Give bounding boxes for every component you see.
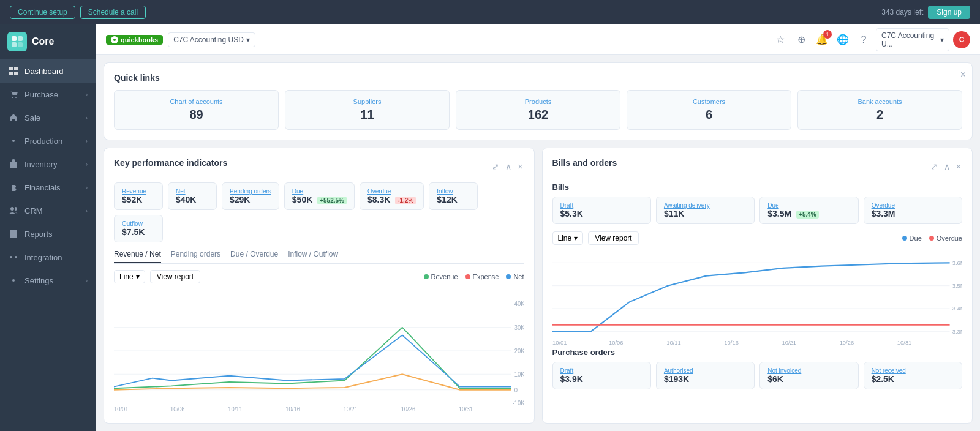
svg-text:10K: 10K [514, 370, 524, 378]
kpi-expand-button[interactable]: ⤢ [491, 162, 500, 171]
bill-overdue[interactable]: Overdue $3.3M [864, 197, 962, 224]
kpi-revenue[interactable]: Revenue $52K [114, 182, 163, 210]
bill-due[interactable]: Due $3.5M +5.4% [760, 197, 858, 224]
kpi-view-report-button[interactable]: View report [150, 270, 200, 283]
tab-inflow-outflow[interactable]: Inflow / Outflow [288, 250, 338, 263]
svg-text:40K: 40K [514, 300, 524, 307]
sidebar-item-integration-inner: Integration [9, 252, 62, 262]
tab-due-overdue[interactable]: Due / Overdue [230, 250, 278, 263]
sidebar-item-settings[interactable]: Settings › [0, 269, 96, 292]
po-authorised-label: Authorised [664, 367, 747, 374]
kpi-collapse-button[interactable]: ∧ [504, 162, 513, 171]
sidebar-item-integration[interactable]: Integration [0, 245, 96, 269]
po-not-invoiced[interactable]: Not invoiced $6K [760, 362, 858, 389]
bill-awaiting-delivery[interactable]: Awaiting delivery $11K [656, 197, 755, 224]
bills-collapse-button[interactable]: ∧ [943, 162, 951, 171]
kpi-due[interactable]: Due $50K +552.5% [284, 182, 355, 210]
kpi-outflow[interactable]: Outflow $7.5K [114, 215, 163, 242]
main-layout: Core Dashboard Purchase › Sale › [0, 24, 980, 431]
bills-chart-chevron-icon: ▾ [574, 234, 578, 242]
company-select[interactable]: C7C Accounting U... ▾ [876, 28, 949, 51]
kpi-net[interactable]: Net $40K [168, 182, 217, 210]
star-button[interactable]: ☆ [772, 31, 789, 48]
bills-legend-overdue-label: Overdue [937, 234, 962, 242]
kpi-outflow-label: Outflow [122, 220, 155, 227]
bills-chart-controls: Line ▾ View report Due Overdue [552, 231, 963, 245]
po-not-received-value: $2.5K [872, 374, 954, 384]
svg-text:10/31: 10/31 [459, 406, 473, 413]
kpi-close-button[interactable]: × [516, 162, 524, 171]
sidebar-item-sale[interactable]: Sale › [0, 106, 96, 129]
bills-metrics-grid: Draft $5.3K Awaiting delivery $11K Due $… [552, 197, 963, 224]
tab-pending-orders[interactable]: Pending orders [171, 250, 221, 263]
svg-rect-5 [14, 67, 18, 70]
sidebar-item-purchase[interactable]: Purchase › [0, 83, 96, 106]
add-button[interactable]: ⊕ [793, 31, 810, 48]
quick-link-customers[interactable]: Customers 6 [627, 90, 791, 130]
sidebar-item-crm[interactable]: CRM › [0, 199, 96, 222]
bills-chart-type-select[interactable]: Line ▾ [552, 231, 584, 245]
svg-rect-0 [12, 36, 17, 41]
quick-links-close-button[interactable]: × [960, 69, 966, 80]
quick-link-suppliers[interactable]: Suppliers 11 [285, 90, 450, 130]
po-draft[interactable]: Draft $3.9K [552, 362, 651, 389]
kpi-metrics-grid: Revenue $52K Net $40K Pending orders $29… [114, 182, 524, 242]
topbar-right: 343 days left Sign up [881, 6, 970, 19]
sidebar-item-crm-inner: CRM [9, 206, 43, 216]
bills-chart-area: 3.6M 3.5M 3.4M 3.3M 10/01 10/06 10/11 [552, 250, 963, 348]
company-dropdown[interactable]: C7C Accounting USD ▾ [168, 32, 255, 47]
sidebar-label-settings: Settings [24, 276, 53, 285]
po-not-invoiced-label: Not invoiced [767, 367, 850, 374]
kpi-overdue[interactable]: Overdue $8.3K -1.2% [360, 182, 424, 210]
sidebar-item-production[interactable]: Production › [0, 129, 96, 152]
svg-point-8 [12, 97, 13, 98]
svg-text:10/21: 10/21 [782, 339, 796, 346]
notifications-button[interactable]: 🔔 1 [813, 31, 831, 48]
svg-text:10/06: 10/06 [170, 406, 185, 413]
sidebar-item-reports[interactable]: Reports [0, 222, 96, 245]
globe-button[interactable]: 🌐 [834, 31, 851, 48]
bill-draft[interactable]: Draft $5.3K [552, 197, 651, 224]
tab-revenue-net[interactable]: Revenue / Net [114, 250, 161, 263]
kpi-legend-net-label: Net [513, 273, 524, 280]
continue-setup-button[interactable]: Continue setup [10, 6, 75, 19]
svg-text:10/26: 10/26 [839, 339, 854, 346]
schedule-call-button[interactable]: Schedule a call [80, 6, 146, 19]
kpi-pending-orders[interactable]: Pending orders $29K [222, 182, 279, 210]
production-chevron-icon: › [86, 138, 88, 144]
svg-point-16 [12, 279, 15, 282]
company-dropdown-label: C7C Accounting USD [173, 36, 244, 44]
quick-link-products[interactable]: Products 162 [456, 90, 620, 130]
kpi-chart-type-select[interactable]: Line ▾ [114, 270, 145, 283]
svg-rect-11 [10, 162, 17, 168]
kpi-card-header: Key performance indicators ⤢ ∧ × [114, 158, 524, 175]
company-select-label: C7C Accounting U... [881, 31, 938, 48]
logo-text: Core [32, 36, 54, 47]
kpi-overdue-badge: -1.2% [395, 197, 416, 204]
po-authorised[interactable]: Authorised $193K [656, 362, 755, 389]
help-button[interactable]: ? [855, 31, 872, 48]
signup-button[interactable]: Sign up [928, 6, 970, 19]
quick-link-bank-accounts[interactable]: Bank accounts 2 [797, 90, 962, 130]
kpi-legend-expense: Expense [466, 273, 499, 280]
main-content: quickbooks C7C Accounting USD ▾ ☆ ⊕ 🔔 1 … [96, 24, 980, 431]
kpi-legend-expense-label: Expense [473, 273, 499, 280]
bills-expand-button[interactable]: ⤢ [929, 162, 939, 171]
kpi-revenue-label: Revenue [122, 188, 155, 195]
bill-due-label: Due [767, 202, 850, 209]
po-not-received[interactable]: Not received $2.5K [864, 362, 962, 389]
products-label: Products [464, 98, 612, 105]
kpi-inflow[interactable]: Inflow $12K [429, 182, 478, 210]
sidebar-item-financials[interactable]: Financials › [0, 176, 96, 199]
sidebar-item-dashboard[interactable]: Dashboard [0, 59, 96, 83]
sidebar-item-inventory[interactable]: Inventory › [0, 152, 96, 176]
quick-links-grid: Chart of accounts 89 Suppliers 11 Produc… [114, 90, 962, 130]
sidebar-item-dashboard-inner: Dashboard [9, 66, 64, 76]
bills-view-report-button[interactable]: View report [588, 231, 638, 245]
bills-close-button[interactable]: × [955, 162, 962, 171]
secondary-topbar-icons: ☆ ⊕ 🔔 1 🌐 ? C7C Accounting U... ▾ C [772, 28, 970, 51]
kpi-pending-value: $29K [230, 195, 271, 204]
svg-text:10/21: 10/21 [344, 406, 358, 413]
quick-link-chart-of-accounts[interactable]: Chart of accounts 89 [114, 90, 279, 130]
kpi-pending-label: Pending orders [230, 188, 271, 195]
